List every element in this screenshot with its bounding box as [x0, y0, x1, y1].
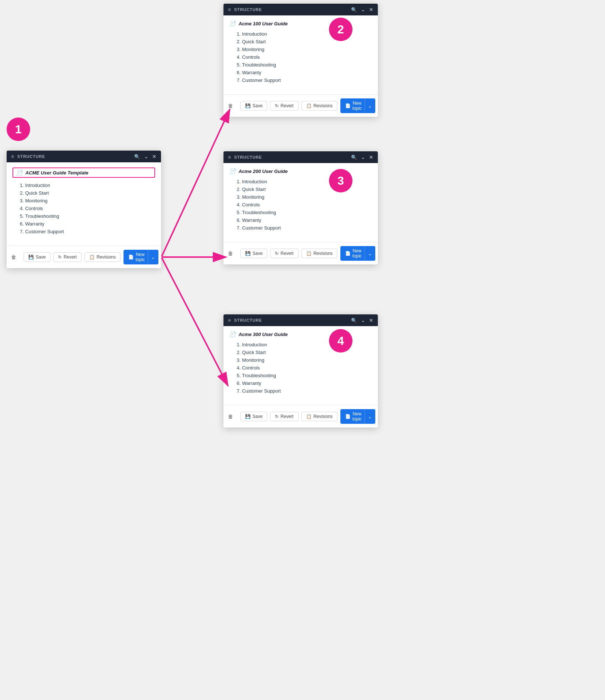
revert-button[interactable]: ↻ Revert: [270, 412, 298, 421]
panel-header-label: STRUCTURE: [234, 318, 262, 322]
topic-list-item: 4. Controls: [229, 364, 372, 372]
topic-list-item: 6. Warranty: [12, 220, 155, 228]
save-icon: 💾: [245, 103, 251, 108]
save-button[interactable]: 💾 Save: [240, 412, 267, 421]
panel-panel2: ≡ STRUCTURE 🔍 ⌄ ✕ 📄Acme 100 User Guide1.…: [223, 4, 378, 117]
new-topic-icon: 📄: [345, 251, 351, 256]
new-topic-button[interactable]: 📄 New topic: [340, 409, 366, 424]
panel-header-label: STRUCTURE: [234, 155, 262, 159]
search-icon[interactable]: 🔍: [351, 318, 357, 323]
revert-icon: ↻: [275, 251, 279, 256]
topic-list-item: 2. Quick Start: [12, 189, 155, 197]
new-topic-label: New topic: [352, 411, 362, 422]
doc-title-text: ACME User Guide Template: [25, 170, 88, 176]
delete-icon[interactable]: 🗑: [228, 250, 233, 256]
structure-icon: ≡: [228, 154, 231, 160]
search-icon[interactable]: 🔍: [134, 154, 140, 159]
search-icon[interactable]: 🔍: [351, 155, 357, 160]
topic-list-item: 7. Customer Support: [229, 224, 372, 232]
new-topic-button[interactable]: 📄 New topic: [123, 250, 150, 264]
delete-icon[interactable]: 🗑: [228, 414, 233, 419]
doc-icon: 📄: [229, 331, 236, 337]
topic-list-item: 3. Monitoring: [229, 46, 372, 53]
save-button[interactable]: 💾 Save: [240, 101, 267, 111]
save-icon: 💾: [245, 251, 251, 256]
topic-list-item: 3. Monitoring: [229, 356, 372, 364]
topic-list-item: 1. Introduction: [12, 181, 155, 189]
close-icon[interactable]: ✕: [369, 318, 373, 323]
panel-body: 📄Acme 300 User Guide1. Introduction2. Qu…: [223, 326, 378, 405]
topic-list-item: 4. Controls: [12, 205, 155, 212]
panel-panel4: ≡ STRUCTURE 🔍 ⌄ ✕ 📄Acme 300 User Guide1.…: [223, 314, 378, 427]
topic-list: 1. Introduction2. Quick Start3. Monitori…: [229, 341, 372, 395]
save-button[interactable]: 💾 Save: [240, 249, 267, 258]
search-icon[interactable]: 🔍: [351, 7, 357, 12]
save-button[interactable]: 💾 Save: [24, 252, 50, 262]
save-icon: 💾: [28, 255, 34, 260]
revisions-button[interactable]: 📋 Revisions: [301, 249, 337, 258]
chevron-down-icon[interactable]: ⌄: [361, 318, 365, 323]
doc-icon: 📄: [229, 168, 236, 174]
svg-line-3: [162, 258, 228, 386]
chevron-down-icon[interactable]: ⌄: [144, 154, 148, 159]
topic-list-item: 5. Troubleshooting: [229, 209, 372, 216]
revert-button[interactable]: ↻ Revert: [53, 252, 81, 262]
doc-icon: 📄: [16, 170, 22, 176]
structure-icon: ≡: [11, 154, 14, 159]
revisions-icon: 📋: [306, 103, 312, 108]
panel-footer: 🗑 💾 Save ↻ Revert 📋 Revisions 📄 New topi…: [223, 405, 378, 427]
revisions-button[interactable]: 📋 Revisions: [301, 101, 337, 111]
panel-body: 📄ACME User Guide Template1. Introduction…: [7, 162, 161, 246]
revisions-button[interactable]: 📋 Revisions: [301, 412, 337, 421]
new-topic-group: 📄 New topic ⌄: [340, 409, 375, 424]
chevron-down-icon[interactable]: ⌄: [361, 155, 365, 160]
topic-list-item: 3. Monitoring: [12, 197, 155, 205]
delete-icon[interactable]: 🗑: [11, 254, 16, 260]
panel-header-label: STRUCTURE: [234, 7, 262, 12]
revisions-button[interactable]: 📋 Revisions: [85, 252, 121, 262]
step-badge-1: 1: [7, 118, 30, 141]
revert-label: Revert: [64, 255, 76, 260]
topic-list-item: 3. Monitoring: [229, 193, 372, 201]
dropdown-chevron-icon: ⌄: [368, 251, 372, 256]
revisions-label: Revisions: [314, 103, 333, 108]
save-label: Save: [36, 255, 46, 260]
chevron-down-icon[interactable]: ⌄: [361, 7, 365, 12]
topic-list-item: 6. Warranty: [229, 216, 372, 224]
panel-header-label: STRUCTURE: [17, 154, 45, 159]
new-topic-button[interactable]: 📄 New topic: [340, 98, 366, 113]
panel-footer: 🗑 💾 Save ↻ Revert 📋 Revisions 📄 New topi…: [223, 94, 378, 117]
topic-list-item: 2. Quick Start: [229, 349, 372, 356]
panel-body: 📄Acme 200 User Guide1. Introduction2. Qu…: [223, 163, 378, 242]
topic-list-item: 7. Customer Support: [229, 387, 372, 395]
revisions-icon: 📋: [306, 414, 312, 419]
new-topic-dropdown[interactable]: ⌄: [365, 246, 375, 261]
revisions-label: Revisions: [314, 414, 333, 419]
new-topic-icon: 📄: [345, 103, 351, 108]
doc-title-text: Acme 200 User Guide: [239, 169, 288, 174]
delete-icon[interactable]: 🗑: [228, 103, 233, 109]
new-topic-dropdown[interactable]: ⌄: [365, 409, 375, 424]
new-topic-icon: 📄: [345, 414, 351, 419]
structure-icon: ≡: [228, 7, 231, 12]
topic-list-item: 5. Troubleshooting: [12, 212, 155, 220]
topic-list-item: 5. Troubleshooting: [229, 372, 372, 379]
panel-header: ≡ STRUCTURE 🔍 ⌄ ✕: [223, 151, 378, 163]
close-icon[interactable]: ✕: [369, 155, 373, 160]
new-topic-dropdown[interactable]: ⌄: [365, 98, 375, 113]
panel-footer: 🗑 💾 Save ↻ Revert 📋 Revisions 📄 New topi…: [7, 246, 161, 268]
close-icon[interactable]: ✕: [152, 154, 157, 159]
new-topic-button[interactable]: 📄 New topic: [340, 246, 366, 261]
new-topic-group: 📄 New topic ⌄: [340, 98, 375, 113]
revert-button[interactable]: ↻ Revert: [270, 249, 298, 258]
revert-button[interactable]: ↻ Revert: [270, 101, 298, 111]
new-topic-dropdown[interactable]: ⌄: [148, 250, 158, 264]
step-badge-3: 3: [329, 169, 352, 192]
step-badge-4: 4: [329, 329, 352, 353]
topic-list-item: 2. Quick Start: [229, 38, 372, 46]
topic-list-item: 7. Customer Support: [229, 76, 372, 84]
panel-panel1: ≡ STRUCTURE 🔍 ⌄ ✕ 📄ACME User Guide Templ…: [7, 151, 161, 268]
save-label: Save: [253, 251, 262, 256]
step-badge-2: 2: [329, 18, 352, 41]
close-icon[interactable]: ✕: [369, 7, 373, 12]
